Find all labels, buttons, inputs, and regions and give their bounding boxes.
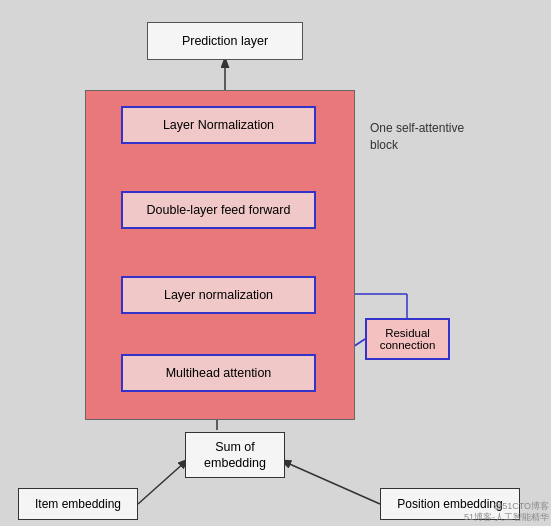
sum-of-embedding-box: Sum ofembedding — [185, 432, 285, 478]
residual-connection-label: Residualconnection — [380, 327, 436, 351]
self-attentive-block: Layer Normalization Double-layer feed fo… — [85, 90, 355, 420]
svg-line-8 — [285, 462, 380, 504]
watermark: @51CTO博客 51博客-人工智能精华 — [464, 501, 549, 524]
item-embedding-box: Item embedding — [18, 488, 138, 520]
layer-normalization2-label: Layer normalization — [164, 288, 273, 302]
sum-of-embedding-label: Sum ofembedding — [204, 439, 266, 472]
svg-line-7 — [138, 462, 185, 504]
residual-connection-box: Residualconnection — [365, 318, 450, 360]
diagram-container: Prediction layer Layer Normalization Dou… — [0, 0, 551, 526]
multihead-attention-box: Multihead attention — [121, 354, 316, 392]
self-attentive-label: One self-attentive block — [370, 120, 480, 154]
layer-normalization-box: Layer Normalization — [121, 106, 316, 144]
prediction-layer-label: Prediction layer — [182, 34, 268, 48]
layer-normalization-label: Layer Normalization — [163, 118, 274, 132]
layer-normalization2-box: Layer normalization — [121, 276, 316, 314]
multihead-attention-label: Multihead attention — [166, 366, 272, 380]
feed-forward-box: Double-layer feed forward — [121, 191, 316, 229]
prediction-layer-box: Prediction layer — [147, 22, 303, 60]
item-embedding-label: Item embedding — [35, 497, 121, 511]
feed-forward-label: Double-layer feed forward — [147, 203, 291, 217]
